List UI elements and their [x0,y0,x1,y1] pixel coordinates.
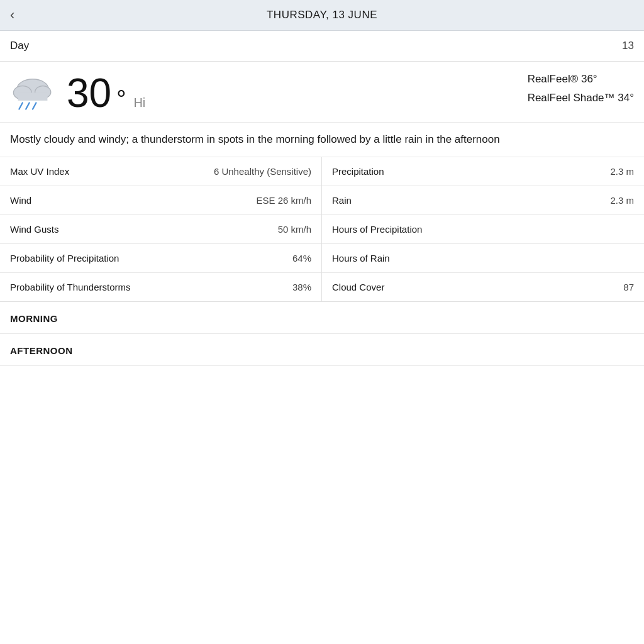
detail-label: Wind [10,195,31,206]
detail-row: Precipitation 2.3 m [322,157,644,186]
svg-line-4 [19,103,22,109]
top-bar: ‹ THURSDAY, 13 JUNE [0,0,644,31]
detail-row: Probability of Thunderstorms 38% [0,273,321,301]
detail-label: Hours of Rain [332,253,390,264]
weather-description: Mostly cloudy and windy; a thunderstorm … [0,123,644,157]
back-button[interactable]: ‹ [10,7,14,23]
detail-row: Rain 2.3 m [322,186,644,215]
section-header: Day 13 [0,31,644,62]
afternoon-label: AFTERNOON [10,345,73,356]
detail-row: Probability of Precipitation 64% [0,244,321,273]
temperature: 30 [67,73,111,113]
afternoon-section: AFTERNOON [0,334,644,366]
detail-value: 2.3 m [610,195,634,206]
svg-line-5 [26,103,29,109]
detail-label: Wind Gusts [10,224,59,235]
temp-unit: ° [116,87,126,111]
detail-row: Wind Gusts 50 km/h [0,215,321,244]
realfeel-shade: RealFeel Shade™ 34° [528,92,634,104]
details-left-col: Max UV Index 6 Unhealthy (Sensitive) Win… [0,157,322,301]
detail-row: Max UV Index 6 Unhealthy (Sensitive) [0,157,321,186]
weather-main: 30 ° Hi RealFeel® 36° RealFeel Shade™ 34… [0,62,644,123]
detail-value: 6 Unhealthy (Sensitive) [214,166,311,177]
detail-row: Hours of Rain [322,244,644,273]
detail-value: 2.3 m [610,166,634,177]
cloud-rain-icon [10,73,55,111]
realfeel: RealFeel® 36° [528,73,634,86]
detail-value: 64% [292,253,311,264]
realfeel-area: RealFeel® 36° RealFeel Shade™ 34° [509,73,634,104]
detail-label: Hours of Precipitation [332,224,422,235]
morning-label: MORNING [10,313,58,324]
details-right-col: Precipitation 2.3 m Rain 2.3 m Hours of … [322,157,644,301]
detail-value: 87 [623,282,634,292]
detail-label: Cloud Cover [332,282,384,292]
detail-value: 38% [292,282,311,292]
svg-rect-3 [18,92,48,101]
weather-icon-area [10,73,55,111]
page-title: THURSDAY, 13 JUNE [267,9,377,21]
detail-row: Cloud Cover 87 [322,273,644,301]
morning-section: MORNING [0,302,644,334]
detail-label: Precipitation [332,166,384,177]
detail-label: Max UV Index [10,166,69,177]
section-value: 13 [622,40,634,52]
detail-value: 50 km/h [278,224,311,235]
details-grid: Max UV Index 6 Unhealthy (Sensitive) Win… [0,157,644,302]
detail-label: Rain [332,195,352,206]
svg-line-6 [33,103,36,109]
detail-row: Hours of Precipitation [322,215,644,244]
detail-label: Probability of Thunderstorms [10,282,130,292]
temp-type: Hi [133,96,145,110]
detail-row: Wind ESE 26 km/h [0,186,321,215]
detail-value: ESE 26 km/h [256,195,311,206]
weather-temp-area: 30 ° Hi [67,73,509,113]
section-label: Day [10,40,29,52]
detail-label: Probability of Precipitation [10,253,119,264]
